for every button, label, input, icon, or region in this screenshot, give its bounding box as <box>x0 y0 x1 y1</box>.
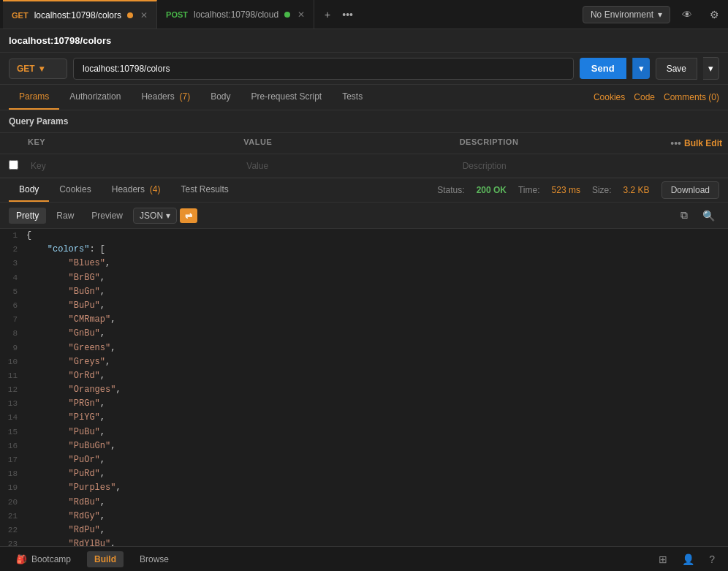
line-content: "OrRd", <box>26 369 105 383</box>
line-content: "PuOr", <box>26 453 105 467</box>
description-input[interactable] <box>460 158 670 174</box>
tab-get[interactable]: GET localhost:10798/colors ✕ <box>3 0 157 29</box>
grid-icon[interactable]: ⊞ <box>654 551 672 567</box>
line-content: "BrBG", <box>26 271 105 285</box>
bulk-edit-button[interactable]: Bulk Edit <box>684 138 722 148</box>
search-icon[interactable]: 🔍 <box>698 207 719 224</box>
page-title: localhost:10798/colors <box>9 35 111 46</box>
line-number: 20 <box>0 496 26 510</box>
line-number: 15 <box>0 426 26 439</box>
send-button[interactable]: Send <box>580 58 626 79</box>
copy-icon[interactable]: ⧉ <box>676 207 692 224</box>
code-editor[interactable]: 1{2 "colors": [3 "Blues",4 "BrBG",5 "BuG… <box>0 229 728 546</box>
eye-icon[interactable]: 👁 <box>676 6 698 23</box>
code-line: 7 "CMRmap", <box>0 313 728 327</box>
tab-params[interactable]: Params <box>9 85 59 110</box>
line-number: 21 <box>0 510 26 523</box>
tab-body[interactable]: Body <box>200 85 240 110</box>
res-tab-headers[interactable]: Headers (4) <box>102 178 171 202</box>
res-tab-cookies-label: Cookies <box>59 184 91 194</box>
person-icon[interactable]: 👤 <box>678 551 699 567</box>
format-special-button[interactable]: ⇌ <box>180 208 197 223</box>
code-line: 13 "PRGn", <box>0 397 728 411</box>
tab-body-label: Body <box>211 91 230 102</box>
tab-post-close[interactable]: ✕ <box>297 10 305 20</box>
line-number: 14 <box>0 412 26 425</box>
res-tab-body[interactable]: Body <box>9 178 49 202</box>
build-button[interactable]: Build <box>87 551 124 567</box>
bootcamp-button[interactable]: 🎒 Bootcamp <box>9 551 78 567</box>
code-line: 8 "GnBu", <box>0 327 728 341</box>
res-status-section: Status: 200 OK Time: 523 ms Size: 3.2 KB… <box>437 181 719 199</box>
cookies-link[interactable]: Cookies <box>594 92 625 102</box>
res-tab-cookies[interactable]: Cookies <box>49 178 101 202</box>
preview-button[interactable]: Preview <box>84 208 130 224</box>
line-content: "PRGn", <box>26 397 105 411</box>
line-number: 2 <box>0 243 26 257</box>
more-tabs-button[interactable]: ••• <box>338 6 357 23</box>
time-label: Time: <box>518 185 540 195</box>
row-check-input[interactable] <box>9 160 18 170</box>
line-content: "PuBu", <box>26 426 105 439</box>
code-line: 2 "colors": [ <box>0 243 728 257</box>
tab-post[interactable]: POST localhost:10798/cloud ✕ <box>157 0 314 29</box>
save-button[interactable]: Save <box>656 58 697 80</box>
url-bar-section: localhost:10798/colors <box>0 29 728 53</box>
pretty-button[interactable]: Pretty <box>9 208 46 224</box>
tab-params-label: Params <box>19 91 49 102</box>
line-number: 7 <box>0 314 26 327</box>
desc-col-header: DESCRIPTION <box>454 137 670 149</box>
params-more-button[interactable]: ••• <box>670 137 681 149</box>
line-content: "Oranges", <box>26 383 121 397</box>
res-tab-test-results[interactable]: Test Results <box>170 178 238 202</box>
tab-prerequest[interactable]: Pre-request Script <box>240 85 332 110</box>
tab-bar: GET localhost:10798/colors ✕ POST localh… <box>0 0 728 29</box>
json-select[interactable]: JSON ▾ <box>133 208 177 224</box>
env-dropdown[interactable]: No Environment ▾ <box>583 6 670 23</box>
send-dropdown-button[interactable]: ▾ <box>632 58 650 79</box>
line-content: "Greens", <box>26 341 115 355</box>
tab-headers[interactable]: Headers (7) <box>131 85 200 110</box>
tab-tests[interactable]: Tests <box>332 85 373 110</box>
settings-icon[interactable]: ⚙ <box>704 6 725 23</box>
new-tab-button[interactable]: + <box>320 6 335 23</box>
line-number: 16 <box>0 440 26 453</box>
tab-authorization[interactable]: Authorization <box>59 85 131 110</box>
download-button[interactable]: Download <box>661 181 719 199</box>
url-input[interactable] <box>73 58 574 80</box>
browse-button[interactable]: Browse <box>132 551 176 567</box>
key-input[interactable] <box>28 158 238 174</box>
res-tab-testresults-label: Test Results <box>181 184 228 194</box>
line-number: 17 <box>0 454 26 467</box>
tab-get-close[interactable]: ✕ <box>140 10 148 20</box>
line-number: 1 <box>0 230 26 243</box>
bootcamp-label: Bootcamp <box>31 554 71 564</box>
code-line: 3 "Blues", <box>0 257 728 271</box>
save-dropdown-button[interactable]: ▾ <box>703 57 719 80</box>
row-value-cell <box>238 158 453 174</box>
line-content: "colors": [ <box>26 243 105 257</box>
method-select[interactable]: GET ▾ <box>9 58 67 79</box>
raw-button[interactable]: Raw <box>49 208 81 224</box>
line-content: "BuPu", <box>26 299 105 313</box>
code-line: 15 "PuBu", <box>0 426 728 439</box>
code-line: 20 "RdBu", <box>0 496 728 510</box>
comments-link[interactable]: Comments (0) <box>664 92 719 102</box>
row-checkbox[interactable] <box>0 160 22 172</box>
code-line: 18 "PuRd", <box>0 467 728 481</box>
params-row <box>0 154 728 178</box>
tab-get-url: localhost:10798/colors <box>34 10 121 20</box>
json-chevron-icon: ▾ <box>166 211 170 221</box>
code-line: 6 "BuPu", <box>0 299 728 313</box>
code-line: 21 "RdGy", <box>0 510 728 523</box>
line-content: "Purples", <box>26 481 121 495</box>
request-tabs-row: Params Authorization Headers (7) Body Pr… <box>0 85 728 110</box>
status-label: Status: <box>437 185 464 195</box>
res-tab-headers-count: (4) <box>147 184 160 194</box>
code-link[interactable]: Code <box>634 92 655 102</box>
help-icon[interactable]: ? <box>705 551 719 567</box>
value-input[interactable] <box>243 158 453 174</box>
line-content: "GnBu", <box>26 327 105 341</box>
res-tab-body-label: Body <box>19 184 39 194</box>
code-line: 9 "Greens", <box>0 341 728 355</box>
